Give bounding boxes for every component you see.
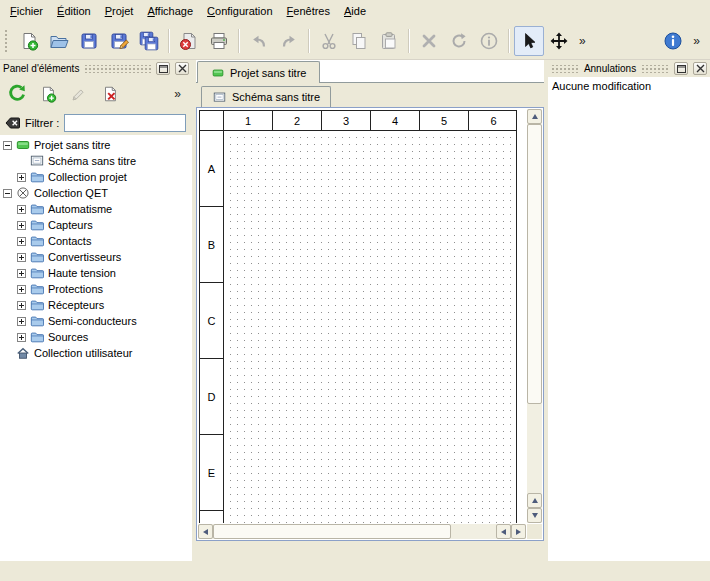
redo-button[interactable]	[274, 26, 304, 56]
menu-projet[interactable]: Projet	[98, 2, 141, 20]
expand-expander-icon[interactable]	[17, 173, 26, 182]
tree-item-contacts[interactable]: Contacts	[0, 233, 192, 249]
open-file-button[interactable]	[44, 26, 74, 56]
tree-item-convertisseurs[interactable]: Convertisseurs	[0, 249, 192, 265]
tree-item-schema[interactable]: Schéma sans titre	[0, 153, 192, 169]
filter-input[interactable]	[64, 114, 186, 132]
expand-expander-icon[interactable]	[17, 221, 26, 230]
tree-item-collection-utilisateur[interactable]: Collection utilisateur	[0, 345, 192, 361]
tree-item-collection-projet[interactable]: Collection projet	[0, 169, 192, 185]
toolbar-separator	[308, 29, 310, 53]
document-new-icon	[19, 31, 39, 51]
scroll-up-button[interactable]	[527, 109, 542, 124]
select-mode-button[interactable]	[514, 26, 544, 56]
row-headers: A B C D E	[200, 131, 224, 523]
undo-empty-state[interactable]: Aucune modification	[552, 80, 651, 92]
folder-icon	[29, 218, 45, 232]
new-file-button[interactable]	[14, 26, 44, 56]
horizontal-scroll-thumb[interactable]	[213, 524, 451, 539]
dock-grip	[551, 65, 579, 73]
diagram-canvas[interactable]	[224, 131, 516, 523]
expand-expander-icon[interactable]	[17, 317, 26, 326]
scroll-up-button-2[interactable]	[527, 493, 542, 508]
close-file-button[interactable]	[174, 26, 204, 56]
delete-button[interactable]	[414, 26, 444, 56]
element-new-icon	[39, 85, 57, 103]
vertical-scroll-track[interactable]	[527, 124, 542, 493]
print-button[interactable]	[204, 26, 234, 56]
menu-aide[interactable]: Aide	[337, 2, 373, 20]
folder-icon	[29, 266, 45, 280]
tools-overflow-button[interactable]: »	[574, 34, 591, 48]
elements-panel-titlebar[interactable]: Panel d'éléments	[0, 60, 192, 77]
folder-open-icon	[49, 31, 69, 51]
tree-item-automatisme[interactable]: Automatisme	[0, 201, 192, 217]
schema-icon	[212, 91, 227, 104]
toolbar-grip[interactable]	[4, 29, 9, 53]
tree-item-protections[interactable]: Protections	[0, 281, 192, 297]
tree-item-recepteurs[interactable]: Récepteurs	[0, 297, 192, 313]
copy-button[interactable]	[344, 26, 374, 56]
scroll-down-button[interactable]	[527, 508, 542, 523]
paste-button[interactable]	[374, 26, 404, 56]
save-all-button[interactable]	[134, 26, 164, 56]
tree-item-semi-conducteurs[interactable]: Semi-conducteurs	[0, 313, 192, 329]
menu-affichage[interactable]: Affichage	[140, 2, 200, 20]
scroll-right-button[interactable]	[511, 524, 526, 539]
arrow-right-icon	[516, 529, 521, 535]
tree-item-project[interactable]: Projet sans titre	[0, 137, 192, 153]
undo-panel-titlebar[interactable]: Annulations	[548, 60, 710, 77]
expand-expander-icon[interactable]	[17, 205, 26, 214]
tree-item-collection-qet[interactable]: Collection QET	[0, 185, 192, 201]
expand-expander-icon[interactable]	[17, 237, 26, 246]
undo-history-list[interactable]: Aucune modification	[548, 77, 710, 561]
vertical-scroll-thumb[interactable]	[527, 124, 542, 404]
edit-element-button[interactable]	[66, 81, 92, 107]
help-overflow-button[interactable]: »	[688, 34, 705, 48]
main-area: Panel d'éléments	[0, 60, 710, 561]
menu-edition[interactable]: Édition	[50, 2, 98, 20]
expand-expander-icon[interactable]	[17, 333, 26, 342]
float-dock-button[interactable]	[674, 62, 688, 75]
close-dock-button[interactable]	[175, 62, 189, 75]
menu-fenetres[interactable]: Fenêtres	[280, 2, 337, 20]
floppy-pencil-icon	[109, 31, 129, 51]
tree-item-label: Automatisme	[48, 203, 112, 215]
rotate-button[interactable]	[444, 26, 474, 56]
scroll-left-button[interactable]	[198, 524, 213, 539]
undo-button[interactable]	[244, 26, 274, 56]
diagram-info-button[interactable]	[474, 26, 504, 56]
float-dock-button[interactable]	[156, 62, 170, 75]
arrow-left-icon	[203, 529, 208, 535]
expand-expander-icon[interactable]	[17, 301, 26, 310]
panel-overflow-button[interactable]: »	[169, 87, 186, 101]
expand-expander-icon[interactable]	[17, 285, 26, 294]
tab-project[interactable]: Projet sans titre	[197, 61, 320, 83]
expand-expander-icon[interactable]	[17, 269, 26, 278]
tree-item-capteurs[interactable]: Capteurs	[0, 217, 192, 233]
user-collection-icon	[15, 346, 31, 360]
pan-mode-button[interactable]	[544, 26, 574, 56]
collapse-expander-icon[interactable]	[3, 141, 12, 150]
clear-filter-button[interactable]	[4, 115, 20, 131]
menu-fichier[interactable]: Fichier	[3, 2, 50, 20]
close-dock-button[interactable]	[693, 62, 707, 75]
about-button[interactable]	[658, 26, 688, 56]
delete-element-button[interactable]	[97, 81, 123, 107]
expand-expander-icon[interactable]	[17, 253, 26, 262]
save-as-button[interactable]	[104, 26, 134, 56]
scroll-left-button-2[interactable]	[496, 524, 511, 539]
tab-diagram[interactable]: Schéma sans titre	[201, 86, 331, 107]
tree-item-sources[interactable]: Sources	[0, 329, 192, 345]
new-element-button[interactable]	[35, 81, 61, 107]
collapse-expander-icon[interactable]	[3, 189, 12, 198]
reload-collections-button[interactable]	[4, 81, 30, 107]
save-button[interactable]	[74, 26, 104, 56]
cut-button[interactable]	[314, 26, 344, 56]
float-window-icon	[159, 64, 168, 73]
tree-item-haute-tension[interactable]: Haute tension	[0, 265, 192, 281]
horizontal-scroll-track[interactable]	[213, 524, 496, 539]
column-headers: 1 2 3 4 5 6	[200, 111, 516, 131]
tree-item-label: Protections	[48, 283, 103, 295]
menu-configuration[interactable]: Configuration	[200, 2, 279, 20]
